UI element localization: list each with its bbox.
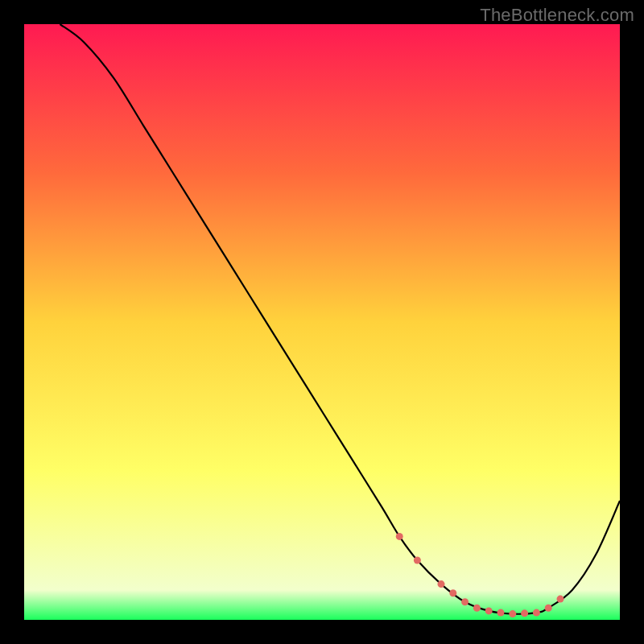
marker-dot (521, 609, 528, 617)
marker-dot (485, 607, 493, 614)
chart-container (24, 24, 620, 620)
marker-dot (509, 610, 516, 617)
marker-dot (449, 589, 456, 597)
gradient-background (24, 24, 620, 620)
watermark-text: TheBottleneck.com (480, 5, 634, 26)
marker-dot (473, 605, 481, 612)
marker-dot (497, 609, 505, 617)
marker-dot (438, 580, 445, 588)
bottleneck-chart (24, 24, 620, 620)
marker-dot (414, 557, 421, 564)
marker-dot (461, 598, 469, 605)
marker-dot (557, 596, 564, 603)
marker-dot (533, 609, 540, 617)
marker-dot (396, 533, 403, 540)
marker-dot (545, 605, 552, 612)
